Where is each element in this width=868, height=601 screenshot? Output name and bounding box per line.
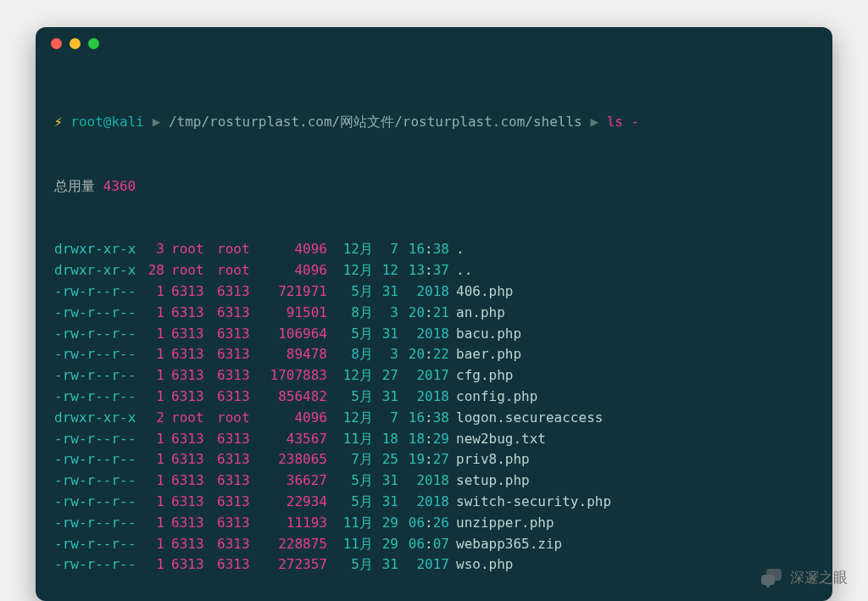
close-icon[interactable] [51, 38, 62, 49]
maximize-icon[interactable] [88, 38, 99, 49]
year: 2018 [402, 281, 449, 303]
total-value: 4360 [103, 178, 136, 194]
size: 4096 [259, 260, 327, 281]
month: 5月 [331, 387, 373, 408]
time: 20:22 [402, 344, 449, 365]
watermark: 深邃之眼 [761, 568, 848, 587]
list-item: -rw-r--r--1631363132380657月2519:27priv8.… [54, 449, 815, 470]
owner: 6313 [171, 534, 214, 555]
month: 8月 [331, 303, 373, 324]
list-item: -rw-r--r--1631363134356711月1818:29new2bu… [54, 429, 815, 450]
owner: 6313 [171, 365, 214, 387]
time: 13:37 [402, 260, 449, 281]
year: 2017 [402, 365, 449, 387]
owner: 6313 [171, 429, 214, 450]
month: 12月 [331, 260, 373, 281]
file-name: bacu.php [456, 324, 521, 345]
terminal-body[interactable]: ⚡ root@kali ▶ /tmp/rosturplast.com/网站文件/… [36, 59, 832, 601]
permissions: -rw-r--r-- [54, 429, 139, 450]
list-item: -rw-r--r--163136313366275月312018setup.ph… [54, 470, 815, 492]
month: 12月 [331, 365, 373, 387]
size: 36627 [259, 470, 327, 492]
size: 272357 [259, 554, 327, 576]
file-name: unzipper.php [456, 513, 554, 534]
time: 06:07 [402, 534, 449, 555]
link-count: 1 [139, 365, 164, 387]
group: 6313 [217, 303, 259, 324]
window-titlebar [36, 27, 832, 59]
group: 6313 [217, 281, 259, 303]
time: 06:26 [402, 513, 449, 534]
list-item: drwxr-xr-x3rootroot409612月716:38. [54, 239, 815, 260]
month: 7月 [331, 449, 373, 470]
month: 11月 [331, 429, 373, 450]
day: 31 [373, 281, 398, 303]
owner: root [171, 408, 214, 429]
year: 2018 [402, 387, 449, 408]
group: 6313 [217, 344, 259, 365]
link-count: 1 [139, 554, 164, 576]
day: 18 [373, 429, 398, 450]
size: 1707883 [259, 365, 327, 387]
list-item: -rw-r--r--1631363132723575月312017wso.php [54, 554, 815, 576]
permissions: -rw-r--r-- [54, 513, 139, 534]
time: 19:27 [402, 449, 449, 470]
day: 31 [373, 470, 398, 492]
month: 5月 [331, 324, 373, 345]
permissions: -rw-r--r-- [54, 344, 139, 365]
wechat-icon [761, 569, 783, 587]
size: 106964 [259, 324, 327, 345]
owner: 6313 [171, 281, 214, 303]
file-name: wso.php [456, 554, 513, 576]
month: 11月 [331, 534, 373, 555]
month: 5月 [331, 554, 373, 576]
file-name: logon.secureaccess [456, 408, 603, 429]
file-name: new2bug.txt [456, 429, 546, 450]
file-name: setup.php [456, 470, 530, 492]
group: 6313 [217, 429, 259, 450]
file-name: .. [456, 260, 472, 281]
time: 16:38 [402, 239, 449, 260]
watermark-text: 深邃之眼 [790, 568, 848, 587]
link-count: 1 [139, 281, 164, 303]
day: 7 [373, 239, 398, 260]
link-count: 2 [139, 408, 164, 429]
link-count: 1 [139, 344, 164, 365]
month: 8月 [331, 344, 373, 365]
owner: 6313 [171, 387, 214, 408]
permissions: -rw-r--r-- [54, 470, 139, 492]
group: 6313 [217, 492, 259, 513]
month: 12月 [331, 239, 373, 260]
size: 4096 [259, 239, 327, 260]
group: root [217, 239, 259, 260]
time: 20:21 [402, 303, 449, 324]
file-name: . [456, 239, 465, 260]
link-count: 1 [139, 513, 164, 534]
link-count: 3 [139, 239, 164, 260]
minimize-icon[interactable] [70, 38, 81, 49]
list-item: -rw-r--r--1631363131069645月312018bacu.ph… [54, 324, 815, 345]
month: 11月 [331, 513, 373, 534]
list-item: drwxr-xr-x28rootroot409612月1213:37.. [54, 260, 815, 281]
permissions: drwxr-xr-x [54, 239, 139, 260]
link-count: 1 [139, 534, 164, 555]
total-label: 总用量 [54, 178, 95, 194]
group: root [217, 260, 259, 281]
total-line: 总用量 4360 [54, 176, 815, 198]
file-name: 406.php [456, 281, 513, 303]
list-item: -rw-r--r--1631363137219715月312018406.php [54, 281, 815, 303]
group: 6313 [217, 513, 259, 534]
day: 25 [373, 449, 398, 470]
day: 31 [373, 387, 398, 408]
permissions: -rw-r--r-- [54, 492, 139, 513]
group: 6313 [217, 365, 259, 387]
owner: 6313 [171, 470, 214, 492]
day: 12 [373, 260, 398, 281]
list-item: -rw-r--r--163136313894788月320:22baer.php [54, 344, 815, 365]
file-name: webapp365.zip [456, 534, 562, 555]
group: 6313 [217, 534, 259, 555]
size: 91501 [259, 303, 327, 324]
permissions: -rw-r--r-- [54, 449, 139, 470]
day: 31 [373, 554, 398, 576]
list-item: -rw-r--r--163136313229345月312018switch-s… [54, 492, 815, 513]
